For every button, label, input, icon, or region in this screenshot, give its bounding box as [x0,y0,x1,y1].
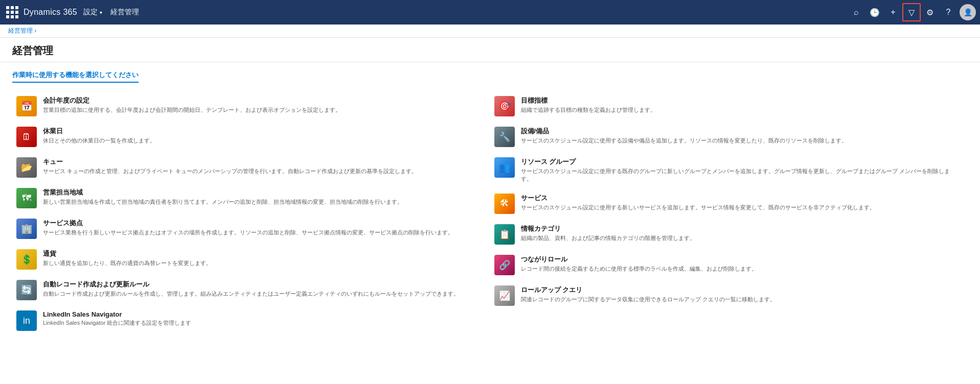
item-desc: サービス業務を行う新しいサービス拠点またはオフィスの場所を作成します。リソースの… [43,229,453,236]
item-title: サービス [521,194,875,203]
list-item[interactable]: 🔧設備/備品サービスのスケジュール設定に使用する設備や備品を追加します。リソース… [490,122,968,152]
gear-button[interactable]: ⚙ [921,3,939,21]
item-title: ロールアップ クエリ [521,285,776,295]
filter-icon: ▽ [908,8,915,17]
icon-calendar-icon: 📅 [16,96,37,116]
icon-service-icon: 🛠 [494,194,515,214]
item-desc: サービス キューの作成と管理、およびプライベート キューのメンバーシップの管理を… [43,167,417,175]
item-desc: 休日とその他の休業日の一覧を作成します。 [43,137,155,145]
item-title: 通貨 [43,249,212,258]
list-item[interactable]: 📂キューサービス キューの作成と管理、およびプライベート キューのメンバーシップ… [12,152,490,183]
apps-grid-icon [6,6,18,18]
left-column: 📅会計年度の設定営業目標の追加に使用する、会計年度および会計期間の開始日、テンプ… [12,91,490,336]
item-desc: 関連レコードのグループに関するデータ収集に使用できるロールアップ クエリの一覧に… [521,296,776,303]
filter-button[interactable]: ▽ [902,3,921,21]
list-item[interactable]: inLinkedIn Sales NavigatorLinkedIn Sales… [12,305,490,336]
search-icon: ⌕ [854,8,859,17]
history-button[interactable]: 🕒 [865,3,884,21]
item-title: 会計年度の設定 [43,96,341,105]
list-item[interactable]: 📈ロールアップ クエリ関連レコードのグループに関するデータ収集に使用できるロール… [490,280,968,311]
item-desc: 新しい通貨を追加したり、既存の通貨の為替レートを変更します。 [43,259,212,267]
list-item[interactable]: 🏢サービス拠点サービス業務を行う新しいサービス拠点またはオフィスの場所を作成しま… [12,213,490,244]
icon-info-category-icon: 📋 [494,224,515,245]
icon-holiday-icon: 🗓 [16,127,37,147]
icon-currency-icon: 💲 [16,249,37,270]
item-title: 情報カテゴリ [521,224,695,233]
list-item[interactable]: 💲通貨新しい通貨を追加したり、既存の通貨の為替レートを変更します。 [12,244,490,275]
icon-linkedin-icon: in [16,310,37,331]
section-label: 作業時に使用する機能を選択してください [12,70,139,83]
icon-rollup-icon: 📈 [494,285,515,306]
list-item[interactable]: 📋情報カテゴリ組織の製品、資料、および記事の情報カテゴリの階層を管理します。 [490,219,968,250]
avatar-button[interactable]: 👤 [960,4,976,20]
item-desc: サービスのスケジュール設定に使用する新しいサービスを追加します。サービス情報を変… [521,204,875,211]
module-label: 経営管理 [110,8,139,17]
icon-queue-icon: 📂 [16,157,37,178]
right-column: 🎯目標指標組織で追跡する目標の種類を定義および管理します。🔧設備/備品サービスの… [490,91,968,336]
items-grid: 📅会計年度の設定営業目標の追加に使用する、会計年度および会計期間の開始日、テンプ… [12,91,968,336]
settings-nav-label[interactable]: 設定 [83,8,98,17]
add-icon: + [891,8,895,17]
list-item[interactable]: 🛠サービスサービスのスケジュール設定に使用する新しいサービスを追加します。サービ… [490,188,968,219]
item-desc: 営業目標の追加に使用する、会計年度および会計期間の開始日、テンプレート、および表… [43,106,341,114]
item-title: キュー [43,157,417,166]
breadcrumb: 経営管理 › [0,25,980,38]
item-title: 設備/備品 [521,127,847,136]
gear-icon: ⚙ [926,8,933,17]
item-title: 営業担当地域 [43,188,403,197]
item-title: 休業日 [43,127,155,136]
apps-button[interactable] [4,4,20,20]
settings-chevron-icon[interactable]: ▾ [100,10,102,15]
page-header: 経営管理 [0,38,980,62]
page-title: 経営管理 [12,44,968,58]
add-button[interactable]: + [884,3,902,21]
item-desc: 自動レコード作成および更新のルールを作成し、管理します。組み込みエンティティまた… [43,290,459,298]
item-title: 自動レコード作成および更新ルール [43,280,459,289]
item-title: サービス拠点 [43,219,453,228]
item-desc: 組織の製品、資料、および記事の情報カテゴリの階層を管理します。 [521,234,695,242]
item-title: 目標指標 [521,96,656,105]
history-icon: 🕒 [870,8,880,17]
icon-connection-role-icon: 🔗 [494,255,515,275]
list-item[interactable]: 🔄自動レコード作成および更新ルール自動レコード作成および更新のルールを作成し、管… [12,275,490,305]
top-navigation: Dynamics 365 設定 ▾ 経営管理 ⌕ 🕒 + ▽ ⚙ ? 👤 [0,0,980,25]
icon-resource-group-icon: 👥 [494,157,515,178]
item-desc: 新しい営業担当地域を作成して担当地域の責任者を割り当てます。メンバーの追加と削除… [43,198,403,206]
item-title: リソース グループ [521,157,960,166]
item-desc: LinkedIn Sales Navigator 統合に関連する設定を管理します [43,319,191,327]
item-desc: レコード間の接続を定義するために使用する標準のラベルを作成、編集、および削除しま… [521,265,757,273]
icon-territory-icon: 🗺 [16,188,37,208]
icon-target-icon: 🎯 [494,96,515,116]
item-title: つながりロール [521,255,757,264]
help-button[interactable]: ? [939,3,958,21]
brand-label: Dynamics 365 [24,8,77,17]
list-item[interactable]: 👥リソース グループサービスのスケジュール設定に使用する既存のグループに新しいグ… [490,152,968,188]
item-desc: 組織で追跡する目標の種類を定義および管理します。 [521,106,656,114]
content-area: 作業時に使用する機能を選択してください 📅会計年度の設定営業目標の追加に使用する… [0,62,980,384]
icon-autorule-icon: 🔄 [16,280,37,300]
icon-facility-icon: 🏢 [16,219,37,239]
list-item[interactable]: 📅会計年度の設定営業目標の追加に使用する、会計年度および会計期間の開始日、テンプ… [12,91,490,122]
list-item[interactable]: 🎯目標指標組織で追跡する目標の種類を定義および管理します。 [490,91,968,122]
item-desc: サービスのスケジュール設定に使用する既存のグループに新しいグループとメンバーを追… [521,167,960,183]
list-item[interactable]: 🗺営業担当地域新しい営業担当地域を作成して担当地域の責任者を割り当てます。メンバ… [12,183,490,213]
icon-equipment-icon: 🔧 [494,127,515,147]
search-button[interactable]: ⌕ [847,3,865,21]
list-item[interactable]: 🗓休業日休日とその他の休業日の一覧を作成します。 [12,122,490,152]
item-title: LinkedIn Sales Navigator [43,310,191,318]
list-item[interactable]: 🔗つながりロールレコード間の接続を定義するために使用する標準のラベルを作成、編集… [490,250,968,280]
help-icon: ? [946,8,951,17]
avatar-icon: 👤 [964,8,972,16]
item-desc: サービスのスケジュール設定に使用する設備や備品を追加します。リソースの情報を変更… [521,137,847,145]
